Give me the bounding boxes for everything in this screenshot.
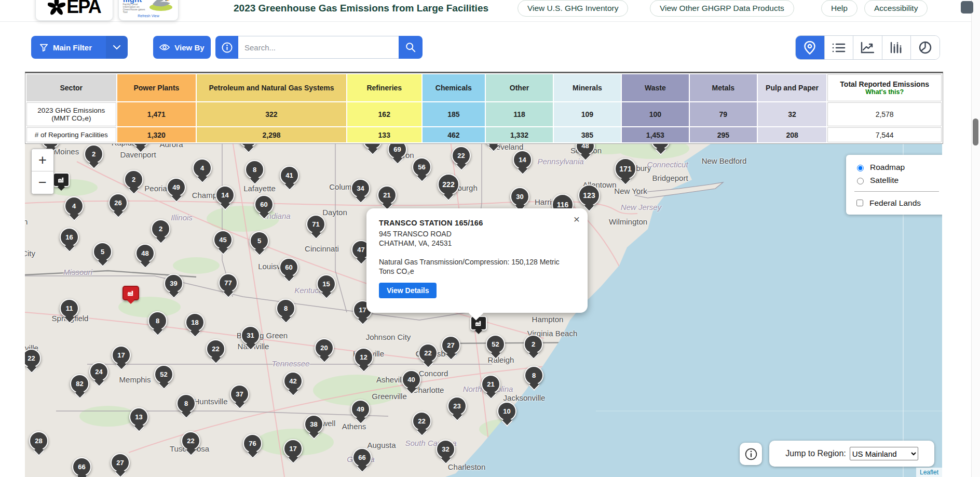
cluster-marker[interactable]: 4 — [64, 196, 84, 216]
cluster-marker[interactable]: 23 — [447, 396, 467, 416]
zoom-out-button[interactable]: − — [32, 171, 53, 194]
map-view-button[interactable] — [796, 36, 825, 59]
cluster-marker[interactable]: 2 — [524, 335, 543, 354]
region-select[interactable]: US Mainland — [850, 447, 918, 460]
cluster-marker[interactable]: 49 — [351, 400, 370, 419]
facility-map[interactable]: RapidsAuroraDavenportMoinesClevelandAkro… — [25, 141, 942, 477]
cluster-marker[interactable]: 27 — [441, 336, 460, 355]
cluster-marker[interactable]: 34 — [351, 179, 370, 198]
cluster-marker[interactable]: 18 — [185, 313, 205, 332]
bar-chart-view-button[interactable] — [882, 36, 911, 59]
search-input[interactable] — [238, 36, 399, 59]
cluster-marker[interactable]: 24 — [89, 362, 108, 381]
cluster-marker[interactable]: 21 — [377, 186, 397, 205]
cluster-marker[interactable]: 22 — [206, 339, 225, 359]
cluster-marker[interactable]: 10 — [497, 402, 516, 421]
help-button[interactable]: Help — [821, 0, 857, 17]
cluster-marker[interactable]: 41 — [280, 166, 299, 185]
cluster-marker[interactable]: 5 — [93, 242, 112, 261]
cluster-marker[interactable]: 5 — [250, 231, 269, 250]
view-other-ghgrp-button[interactable]: View Other GHGRP Data Products — [650, 0, 794, 17]
cluster-marker[interactable]: 66 — [72, 457, 91, 476]
view-details-button[interactable]: View Details — [379, 283, 437, 298]
federal-lands-checkbox[interactable] — [856, 200, 863, 206]
cluster-marker[interactable]: 22 — [412, 412, 431, 431]
cluster-marker[interactable]: 40 — [402, 370, 421, 389]
roadmap-option[interactable]: Roadmap — [854, 163, 939, 172]
cluster-marker[interactable]: 26 — [108, 193, 128, 213]
refresh-view-link[interactable]: Refresh View — [138, 14, 159, 18]
cluster-marker[interactable]: 60 — [254, 195, 274, 214]
cluster-marker[interactable]: 30 — [510, 187, 529, 206]
cluster-marker[interactable]: 71 — [306, 215, 325, 234]
cluster-marker[interactable]: 15 — [317, 274, 336, 294]
cluster-marker[interactable]: 8 — [245, 160, 264, 179]
cluster-marker[interactable]: 222 — [438, 174, 459, 195]
cluster-marker[interactable]: 82 — [70, 374, 89, 393]
sector-header[interactable]: Metals — [690, 74, 757, 101]
cluster-marker[interactable]: 31 — [241, 326, 260, 345]
info-icon[interactable] — [215, 36, 238, 59]
cluster-marker[interactable]: 12 — [354, 348, 373, 367]
cluster-marker[interactable]: 27 — [111, 453, 130, 472]
sector-header[interactable]: Other — [486, 74, 553, 101]
scrollbar-thumb[interactable] — [973, 118, 978, 145]
cluster-marker[interactable]: 22 — [418, 343, 438, 363]
cluster-marker[interactable]: 123 — [578, 184, 600, 206]
sector-header[interactable]: Power Plants — [117, 74, 196, 101]
facility-marker[interactable] — [122, 286, 139, 300]
cluster-marker[interactable]: 16 — [60, 228, 79, 247]
cluster-marker[interactable]: 60 — [279, 258, 298, 277]
cluster-marker[interactable]: 28 — [29, 431, 48, 451]
cluster-marker[interactable]: 17 — [112, 346, 131, 365]
line-chart-view-button[interactable] — [853, 36, 882, 59]
zoom-in-button[interactable]: + — [32, 149, 53, 171]
sector-header[interactable]: Chemicals — [423, 74, 485, 101]
cluster-marker[interactable]: 22 — [181, 431, 200, 451]
sector-header[interactable]: Refineries — [347, 74, 421, 101]
close-icon[interactable]: × — [574, 214, 580, 224]
map-info-button[interactable] — [740, 443, 762, 465]
sector-header[interactable]: Waste — [622, 74, 689, 101]
sector-header[interactable]: Minerals — [554, 74, 621, 101]
sector-header[interactable]: Petroleum and Natural Gas Systems — [197, 74, 346, 101]
cluster-marker[interactable]: 56 — [412, 157, 431, 177]
cluster-marker[interactable]: 39 — [164, 274, 183, 293]
cluster-marker[interactable]: 8 — [276, 299, 295, 318]
accessibility-button[interactable]: Accessibility — [864, 0, 928, 17]
roadmap-radio[interactable] — [857, 165, 864, 171]
cluster-marker[interactable]: 32 — [436, 440, 455, 459]
page-scrollbar[interactable] — [971, 0, 980, 477]
cluster-marker[interactable]: 14 — [215, 186, 235, 205]
whats-this-link[interactable]: What's this? — [830, 88, 939, 96]
cluster-marker[interactable]: 66 — [352, 448, 372, 467]
cluster-marker[interactable]: 77 — [219, 273, 238, 293]
cluster-marker[interactable]: 2 — [84, 144, 103, 164]
cluster-marker[interactable]: 49 — [167, 178, 186, 197]
cluster-marker[interactable]: 52 — [486, 335, 505, 354]
cluster-marker[interactable]: 48 — [135, 244, 155, 263]
view-ghg-inventory-button[interactable]: View U.S. GHG Inventory — [518, 0, 628, 17]
cluster-marker[interactable]: 20 — [315, 338, 334, 357]
cluster-marker[interactable]: 8 — [176, 394, 196, 413]
cluster-marker[interactable]: 17 — [283, 439, 303, 458]
list-view-button[interactable] — [825, 36, 854, 59]
cluster-marker[interactable]: 8 — [524, 366, 543, 385]
search-button[interactable] — [399, 36, 423, 59]
cluster-marker[interactable]: 45 — [213, 230, 233, 249]
cluster-marker[interactable]: 14 — [513, 150, 532, 169]
facility-marker[interactable] — [470, 316, 487, 330]
cluster-marker[interactable]: 13 — [129, 407, 148, 427]
pie-chart-view-button[interactable] — [911, 36, 940, 59]
cluster-marker[interactable]: 38 — [304, 415, 323, 434]
satellite-option[interactable]: Satellite — [854, 176, 939, 185]
cluster-marker[interactable]: 22 — [452, 146, 471, 165]
main-filter-button[interactable]: Main Filter — [31, 36, 128, 59]
cluster-marker[interactable]: 21 — [481, 375, 500, 394]
cluster-marker[interactable]: 4 — [193, 158, 212, 178]
cluster-marker[interactable]: 11 — [60, 299, 79, 318]
cluster-marker[interactable]: 42 — [283, 372, 303, 391]
leaflet-link[interactable]: Leaflet — [920, 469, 938, 476]
sector-header[interactable]: Pulp and Paper — [758, 74, 826, 101]
cluster-marker[interactable]: 2 — [124, 170, 143, 189]
